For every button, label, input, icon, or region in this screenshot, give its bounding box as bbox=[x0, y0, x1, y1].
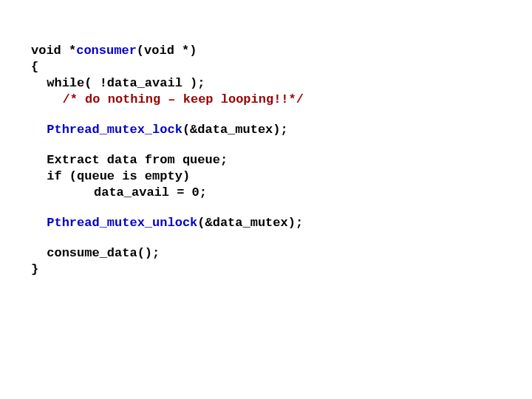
text-void: void * bbox=[31, 44, 76, 58]
blank-line bbox=[31, 108, 532, 122]
blank-line bbox=[31, 231, 532, 245]
code-line-1: void *consumer(void *) bbox=[31, 43, 532, 59]
text-mutex-unlock: Pthread_mutex_unlock bbox=[47, 216, 197, 230]
code-line-11: } bbox=[31, 262, 532, 278]
code-line-9: Pthread_mutex_unlock(&data_mutex); bbox=[31, 215, 532, 231]
blank-line bbox=[31, 138, 532, 152]
text-mutex-unlock-args: (&data_mutex); bbox=[197, 216, 303, 230]
code-line-3: while( !data_avail ); bbox=[31, 75, 532, 92]
code-line-7: if (queue is empty) bbox=[31, 168, 532, 185]
text-consumer: consumer bbox=[76, 44, 137, 58]
code-line-4-comment: /* do nothing – keep looping!!*/ bbox=[31, 92, 532, 108]
code-line-2: { bbox=[31, 59, 532, 75]
code-slide: void *consumer(void *) { while( !data_av… bbox=[0, 0, 532, 399]
blank-line bbox=[31, 201, 532, 215]
code-line-6: Extract data from queue; bbox=[31, 152, 532, 168]
text-mutex-lock: Pthread_mutex_lock bbox=[47, 123, 183, 137]
code-line-8: data_avail = 0; bbox=[31, 185, 532, 201]
code-line-10: consume_data(); bbox=[31, 245, 532, 262]
code-line-5: Pthread_mutex_lock(&data_mutex); bbox=[31, 122, 532, 138]
text-sig-end: (void *) bbox=[137, 44, 197, 58]
text-mutex-lock-args: (&data_mutex); bbox=[183, 123, 288, 137]
